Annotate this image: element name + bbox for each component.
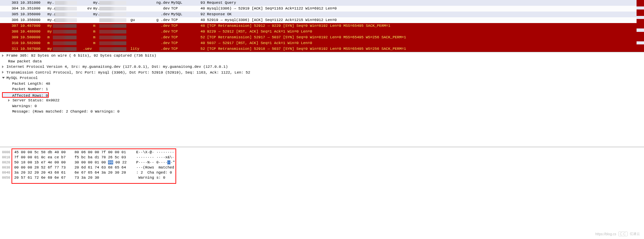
col-length: 40 <box>198 29 206 35</box>
chevron-right-icon[interactable] <box>2 54 5 57</box>
col-source: my.gu.uev <box>47 46 93 52</box>
chevron-right-icon[interactable] <box>2 71 5 74</box>
packet-row[interactable]: 30310.351000my.my.ng.devMySQL93Request Q… <box>0 0 644 6</box>
hex-ascii: P····N·· 0······" <box>133 160 175 165</box>
hex-bytes: 73 3a 20 30 <box>72 175 133 180</box>
minimap-stripe <box>637 44 644 47</box>
packet-minimap[interactable] <box>637 0 644 51</box>
minimap-stripe <box>637 38 644 41</box>
col-number: 310 <box>0 40 20 46</box>
hex-ascii: ········ ····x&\· <box>133 155 174 160</box>
hex-line[interactable]: 005020 57 61 72 6e 69 6e 6773 3a 20 30 W… <box>14 175 175 180</box>
col-number: 309 <box>0 35 20 40</box>
tree-packet-number[interactable]: Packet Number: 1 <box>2 86 644 92</box>
minimap-stripe <box>637 19 644 22</box>
col-time: 10.580000 <box>20 35 47 40</box>
col-number: 303 <box>0 0 20 6</box>
col-source: my.g <box>47 17 93 23</box>
col-length: 52 <box>198 35 206 40</box>
chevron-right-icon[interactable] <box>8 99 11 102</box>
chevron-down-icon[interactable] <box>2 77 5 80</box>
col-number: 308 <box>0 29 20 35</box>
hex-offset: 0020 <box>0 160 10 165</box>
minimap-stripe <box>637 41 644 44</box>
hex-ascii: E··\X·@· ········ <box>133 150 174 155</box>
col-info: Response OK <box>206 12 644 17</box>
hex-line[interactable]: 00107f 00 00 01 0c ea ce b7f5 bc ba d1 7… <box>14 155 175 160</box>
col-length: 40 <box>198 6 206 12</box>
frame-summary: Frame 305: 92 bytes on wire ( 6 bits), 9… <box>6 53 156 59</box>
col-protocol: TCP <box>171 35 198 40</box>
col-time: 10.488000 <box>20 29 47 35</box>
col-time: 10.351000 <box>20 6 47 12</box>
packet-list[interactable]: 30310.351000my.my.ng.devMySQL93Request Q… <box>0 0 644 52</box>
packet-row[interactable]: 30610.356000my.ggug .devTCP4052919 → mys… <box>0 17 644 23</box>
col-destination: my.ng.dev <box>93 0 171 6</box>
hex-ascii: ···(Rows matched <box>133 165 174 170</box>
tree-tcp[interactable]: Transmission Control Protocol, Src Port:… <box>2 70 644 76</box>
col-destination: my.gdev <box>93 6 171 12</box>
hex-bytes: 20 6d 61 74 63 68 65 64 <box>72 165 133 170</box>
hex-bytes: 20 57 61 72 6e 69 6e 67 <box>14 175 72 180</box>
hex-highlight-box: 000045 00 00 5c 58 db 40 0080 06 00 00 7… <box>12 148 176 184</box>
tree-frame[interactable]: Frame 305: 92 bytes on wire ( 6 bits), 9… <box>2 53 644 59</box>
chevron-right-icon[interactable] <box>2 65 5 68</box>
tree-message[interactable]: Message: (Rows matched: 2 Changed: 0 War… <box>2 109 644 115</box>
minimap-stripe <box>637 16 644 19</box>
hex-line[interactable]: 003000 00 00 28 52 6f 77 7320 6d 61 74 6… <box>14 165 175 170</box>
minimap-stripe <box>637 13 644 16</box>
hex-bytes: 45 00 00 5c 58 db 40 00 <box>14 150 72 155</box>
packet-row[interactable]: 30410.351000my.guevmy.gdevTCP40mysql(330… <box>0 6 644 12</box>
tree-mysql[interactable]: MySQL Protocol <box>2 75 644 81</box>
tree-server-status[interactable]: Server Status: 0x0022 <box>2 98 644 103</box>
col-time: 10.356000 <box>20 12 47 17</box>
tree-packet-length[interactable]: Packet Length: 48 <box>2 81 644 87</box>
hex-line[interactable]: 002050 18 00 1b e7 4e 00 0030 00 00 01 0… <box>14 160 175 165</box>
col-protocol: TCP <box>171 40 198 46</box>
col-info: Request Query <box>206 0 644 6</box>
hex-bytes: f5 bc ba d1 78 26 5c 03 <box>72 155 133 160</box>
packet-row[interactable]: 30810.488000mym.devTCP409229 → 52912 [RS… <box>0 29 644 35</box>
hex-offset: 0010 <box>0 155 10 160</box>
hex-offset: 0000 <box>0 150 10 155</box>
tree-ip[interactable]: Internet Protocol Version 4, Src: my.gua… <box>2 64 644 70</box>
col-info: 5037 → 52917 [RST, ACK] Seq=1 Ack=1 Win=… <box>206 40 644 46</box>
minimap-stripe <box>637 6 644 9</box>
col-source: my.guev <box>47 6 93 12</box>
tree-affected-rows[interactable]: Affected Rows: 0 <box>2 92 49 98</box>
tree-warnings[interactable]: Warnings: 0 <box>2 103 644 109</box>
packet-row[interactable]: 31010.582000mm.devTCP405037 → 52917 [RST… <box>0 40 644 46</box>
watermark-logo-icon <box>618 232 628 236</box>
col-protocol: MySQL <box>171 0 198 6</box>
col-length: 92 <box>198 12 206 17</box>
col-source: my.g <box>47 12 93 17</box>
col-number: 307 <box>0 23 20 29</box>
minimap-stripe <box>637 9 644 13</box>
packet-row[interactable]: 30910.580000mm.devTCP52[TCP Retransmissi… <box>0 35 644 40</box>
col-info: 52919 → mysql(3306) [ACK] Seq=1122 Ack=1… <box>206 17 644 23</box>
col-info: [TCP Retransmission] 52918 → 5037 [SYN] … <box>206 46 644 52</box>
minimap-stripe <box>637 32 644 35</box>
hex-line[interactable]: 000045 00 00 5c 58 db 40 0080 06 00 00 7… <box>14 150 175 155</box>
col-source: m <box>47 35 93 40</box>
col-length: 48 <box>198 23 206 29</box>
packet-row[interactable]: 31110.587000my.gu.uevlity.devTCP52[TCP R… <box>0 46 644 52</box>
minimap-stripe <box>637 22 644 25</box>
packet-details[interactable]: Frame 305: 92 bytes on wire ( 6 bits), 9… <box>0 52 644 147</box>
col-length: 52 <box>198 46 206 52</box>
hex-pane[interactable]: 000045 00 00 5c 58 db 40 0080 06 00 00 7… <box>0 147 644 239</box>
hex-ascii: Warning s: 0 <box>133 175 165 180</box>
hex-bytes: 7f 00 00 01 0c ea ce b7 <box>14 155 72 160</box>
tree-raw[interactable]: Raw packet data <box>2 59 644 64</box>
packet-row[interactable]: 30710.487000mym.devTCP48[TCP Retransmiss… <box>0 23 644 29</box>
packet-row[interactable]: 30510.356000my.gmy..devMySQL92Response O… <box>0 12 644 17</box>
minimap-stripe <box>637 48 644 51</box>
col-info: 9229 → 52912 [RST, ACK] Seq=1 Ack=1 Win=… <box>206 29 644 35</box>
col-info: [TCP Retransmission] 52912 → 9229 [SYN] … <box>206 23 644 29</box>
hex-line[interactable]: 00403a 20 32 20 20 43 68 616e 67 65 64 3… <box>14 170 175 175</box>
col-destination: m.dev <box>93 35 171 40</box>
col-source: my. <box>47 0 93 6</box>
minimap-stripe <box>637 28 644 32</box>
hex-offset: 0050 <box>0 175 10 180</box>
hex-offset: 0040 <box>0 170 10 175</box>
